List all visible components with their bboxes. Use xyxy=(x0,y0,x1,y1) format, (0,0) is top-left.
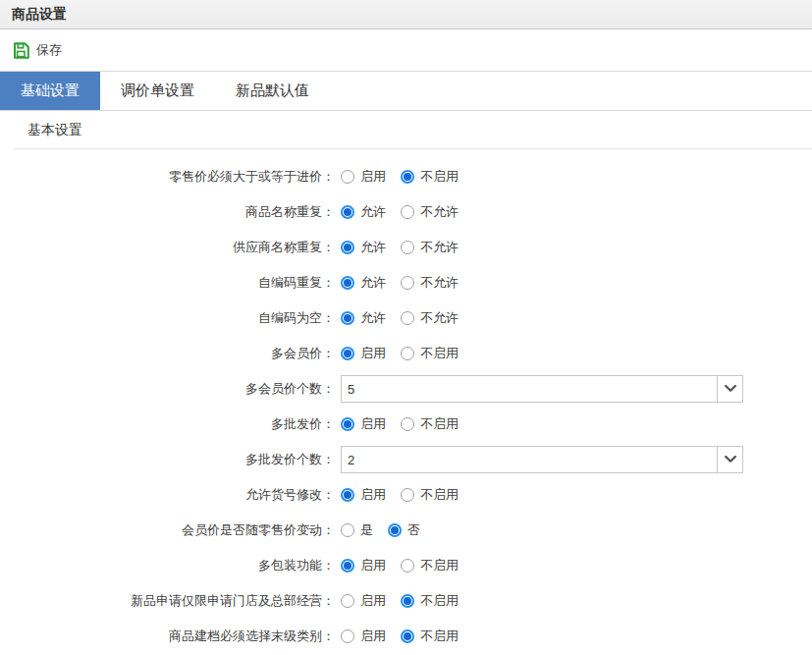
field-label: 新品申请仅限申请门店及总部经营： xyxy=(0,592,335,610)
form-row: 多会员价个数：5 xyxy=(0,371,812,407)
radio-checked-icon[interactable] xyxy=(341,205,354,219)
radio-option[interactable]: 启用 xyxy=(341,628,386,645)
radio-option[interactable]: 启用 xyxy=(341,592,386,610)
radio-option[interactable]: 不允许 xyxy=(401,274,459,292)
radio-checked-icon[interactable] xyxy=(341,276,354,290)
radio-checked-icon[interactable] xyxy=(341,241,354,254)
dropdown-select[interactable]: 5 xyxy=(341,375,743,403)
chevron-down-icon[interactable] xyxy=(717,447,742,472)
field-control: 启用不启用 xyxy=(341,557,473,574)
radio-option[interactable]: 启用 xyxy=(341,486,386,504)
radio-option[interactable]: 不启用 xyxy=(401,168,459,186)
radio-unchecked-icon[interactable] xyxy=(401,347,414,360)
section-header: 基本设置 xyxy=(14,111,812,149)
tab-basic-settings[interactable]: 基础设置 xyxy=(0,72,100,110)
radio-option[interactable]: 不启用 xyxy=(401,557,459,574)
radio-unchecked-icon[interactable] xyxy=(341,629,354,643)
field-control: 允许不允许 xyxy=(341,239,473,256)
radio-unchecked-icon[interactable] xyxy=(341,594,354,608)
field-control: 允许不允许 xyxy=(341,309,473,327)
radio-unchecked-icon[interactable] xyxy=(401,276,414,290)
radio-option-label: 不启用 xyxy=(420,415,459,433)
radio-option-label: 不允许 xyxy=(420,274,459,292)
radio-unchecked-icon[interactable] xyxy=(401,559,414,573)
field-label: 自编码为空： xyxy=(0,309,335,327)
radio-checked-icon[interactable] xyxy=(401,170,414,184)
radio-option[interactable]: 允许 xyxy=(341,203,386,221)
form-row: 自编码为空：允许不允许 xyxy=(0,300,812,336)
section-title: 基本设置 xyxy=(14,111,812,148)
radio-checked-icon[interactable] xyxy=(341,417,354,431)
field-control: 启用不启用 xyxy=(341,628,473,645)
radio-option-label: 启用 xyxy=(360,486,386,504)
radio-option[interactable]: 否 xyxy=(388,521,420,539)
radio-unchecked-icon[interactable] xyxy=(401,241,414,254)
radio-option[interactable]: 允许 xyxy=(341,239,386,256)
tab-bar: 基础设置 调价单设置 新品默认值 xyxy=(0,72,812,111)
radio-checked-icon[interactable] xyxy=(341,488,354,502)
radio-option[interactable]: 不启用 xyxy=(401,628,459,645)
form-row: 多包装功能：启用不启用 xyxy=(0,548,812,583)
radio-checked-icon[interactable] xyxy=(341,347,354,360)
form-rows: 零售价必须大于或等于进价：启用不启用商品名称重复：允许不允许供应商名称重复：允许… xyxy=(0,149,812,654)
radio-option[interactable]: 不允许 xyxy=(401,309,459,327)
form-row: 允许货号修改：启用不启用 xyxy=(0,477,812,513)
field-control: 启用不启用 xyxy=(341,592,473,610)
radio-option-label: 启用 xyxy=(360,557,386,574)
field-label: 零售价必须大于或等于进价： xyxy=(0,168,335,186)
field-label: 自编码重复： xyxy=(0,274,335,292)
field-label: 商品建档必须选择末级类别： xyxy=(0,628,335,645)
radio-unchecked-icon[interactable] xyxy=(341,523,354,537)
radio-option-label: 不允许 xyxy=(420,239,459,256)
radio-option-label: 不启用 xyxy=(420,168,459,186)
field-control: 启用不启用 xyxy=(341,345,473,362)
field-label: 多包装功能： xyxy=(0,557,335,574)
dropdown-selected-value: 5 xyxy=(342,382,717,397)
radio-option[interactable]: 允许 xyxy=(341,309,386,327)
field-control: 2 xyxy=(341,446,743,473)
radio-option[interactable]: 启用 xyxy=(341,415,386,433)
tab-price-adjustment-settings[interactable]: 调价单设置 xyxy=(100,72,215,110)
dropdown-select[interactable]: 2 xyxy=(341,446,743,473)
field-label: 会员价是否随零售价变动： xyxy=(0,521,335,539)
radio-option[interactable]: 允许 xyxy=(341,274,386,292)
radio-option-label: 不允许 xyxy=(420,203,459,221)
radio-option[interactable]: 启用 xyxy=(341,345,386,362)
radio-unchecked-icon[interactable] xyxy=(341,170,354,184)
radio-option[interactable]: 启用 xyxy=(341,168,386,186)
radio-unchecked-icon[interactable] xyxy=(401,205,414,219)
radio-option-label: 否 xyxy=(407,521,420,539)
save-button[interactable]: 保存 xyxy=(13,41,62,59)
radio-checked-icon[interactable] xyxy=(401,594,414,608)
radio-unchecked-icon[interactable] xyxy=(401,417,414,431)
page-title: 商品设置 xyxy=(12,6,67,24)
form-row: 零售价必须大于或等于进价：启用不启用 xyxy=(0,159,812,194)
radio-option[interactable]: 不启用 xyxy=(401,345,459,362)
radio-unchecked-icon[interactable] xyxy=(401,488,414,502)
field-control: 允许不允许 xyxy=(341,203,473,221)
radio-option[interactable]: 不启用 xyxy=(401,486,459,504)
radio-option-label: 启用 xyxy=(360,168,386,186)
radio-option-label: 启用 xyxy=(360,415,386,433)
radio-checked-icon[interactable] xyxy=(388,523,402,537)
radio-option-label: 不启用 xyxy=(420,486,459,504)
radio-option[interactable]: 不允许 xyxy=(401,203,459,221)
radio-option-label: 启用 xyxy=(360,592,386,610)
radio-checked-icon[interactable] xyxy=(401,629,414,643)
page-header: 商品设置 xyxy=(0,0,812,29)
radio-option[interactable]: 启用 xyxy=(341,557,386,574)
radio-unchecked-icon[interactable] xyxy=(401,311,414,325)
radio-option[interactable]: 不启用 xyxy=(401,592,459,610)
field-control: 启用不启用 xyxy=(341,486,473,504)
radio-option[interactable]: 不启用 xyxy=(401,415,459,433)
tab-new-product-defaults[interactable]: 新品默认值 xyxy=(215,72,330,110)
field-label: 多会员价个数： xyxy=(0,380,335,398)
form-row: 多会员价：启用不启用 xyxy=(0,336,812,371)
field-label: 供应商名称重复： xyxy=(0,239,335,256)
radio-checked-icon[interactable] xyxy=(341,311,354,325)
save-button-label: 保存 xyxy=(36,41,62,59)
radio-option[interactable]: 是 xyxy=(341,521,373,539)
radio-option[interactable]: 不允许 xyxy=(401,239,459,256)
chevron-down-icon[interactable] xyxy=(717,376,742,402)
radio-checked-icon[interactable] xyxy=(341,559,354,573)
